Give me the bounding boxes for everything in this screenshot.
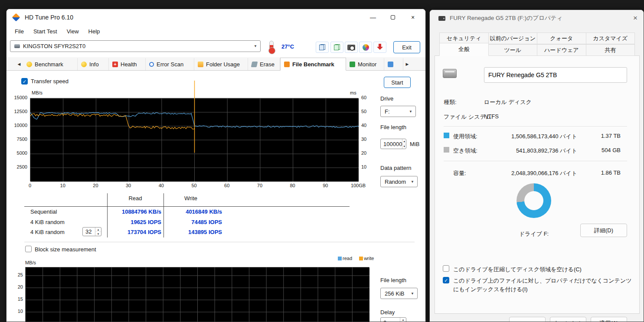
index-label: このドライブ上のファイルに対し、プロパティだけでなくコンテンツにもインデックスを… bbox=[453, 276, 632, 294]
row-4kib-qd-label: 4 KiB random bbox=[30, 229, 65, 235]
minimize-button[interactable]: — bbox=[363, 9, 383, 25]
eraser-icon bbox=[251, 62, 258, 67]
close-button[interactable]: × bbox=[633, 10, 637, 26]
chevron-down-icon: ▼ bbox=[411, 180, 414, 184]
read-header: Read bbox=[127, 195, 144, 202]
random-qd-write-value: 143895 IOPS bbox=[166, 229, 222, 235]
tab-tools[interactable]: ツール bbox=[488, 44, 538, 56]
tab-strip: ◀ Benchmark Info Health Error Scan Folde… bbox=[7, 57, 425, 71]
chevron-down-icon: ▼ bbox=[254, 44, 257, 48]
copy-results-button[interactable] bbox=[330, 42, 343, 53]
chevron-down-icon: ▼ bbox=[411, 292, 414, 296]
compress-checkbox[interactable] bbox=[443, 265, 449, 272]
update-button[interactable] bbox=[373, 42, 386, 53]
data-pattern-label: Data pattern bbox=[380, 165, 412, 171]
target-drive-combo[interactable]: F: ▼ bbox=[380, 106, 416, 117]
tab-quota[interactable]: クォータ bbox=[537, 33, 586, 44]
file-length-label: File length bbox=[380, 124, 406, 130]
close-button[interactable]: × bbox=[403, 9, 423, 25]
file-length-unit: MiB bbox=[410, 141, 419, 147]
info-icon bbox=[81, 62, 87, 67]
thermometer-icon bbox=[269, 41, 274, 53]
capacity-label: 容量: bbox=[453, 169, 466, 177]
block-size-chart bbox=[25, 267, 369, 322]
maximize-button[interactable] bbox=[383, 9, 403, 25]
transfer-speed-checkbox[interactable] bbox=[21, 78, 28, 85]
exit-button[interactable]: Exit bbox=[393, 41, 420, 53]
delay-spinner[interactable]: 0 ▲▼ bbox=[380, 317, 406, 322]
queue-depth-spinner[interactable]: 32 ▲▼ bbox=[82, 227, 101, 236]
file-benchmark-icon bbox=[284, 62, 290, 67]
monitor-icon bbox=[350, 62, 355, 67]
block-size-checkbox[interactable] bbox=[25, 246, 32, 252]
filesystem-value: NTFS bbox=[484, 113, 499, 120]
spin-down-icon[interactable]: ▼ bbox=[402, 144, 406, 149]
tab-health[interactable]: Health bbox=[109, 58, 146, 70]
tab-scroll-right-icon[interactable]: ▶ bbox=[403, 58, 411, 70]
details-button[interactable]: 詳細(D) bbox=[580, 224, 627, 237]
write-header: Write bbox=[178, 195, 204, 202]
write-legend-swatch bbox=[359, 257, 363, 260]
menu-start-test[interactable]: Start Test bbox=[29, 26, 62, 36]
spin-down-icon[interactable]: ▼ bbox=[95, 232, 101, 236]
tab-monitor[interactable]: Monitor bbox=[346, 58, 384, 70]
copy-icon bbox=[319, 44, 326, 51]
volume-name-input[interactable] bbox=[484, 67, 627, 83]
start-button[interactable]: Start bbox=[384, 77, 411, 88]
tab-folder-usage[interactable]: Folder Usage bbox=[194, 58, 248, 70]
row-sequential-label: Sequential bbox=[30, 208, 57, 215]
tab-customize[interactable]: カスタマイズ bbox=[586, 33, 635, 44]
tab-hardware[interactable]: ハードウェア bbox=[537, 44, 586, 56]
apply-button[interactable]: 適用(A) bbox=[591, 317, 627, 322]
screenshot-button[interactable] bbox=[345, 42, 358, 53]
tab-sharing[interactable]: 共有 bbox=[586, 44, 635, 56]
volume-drive-icon bbox=[443, 69, 457, 78]
used-space-size: 1.37 TB bbox=[577, 133, 621, 139]
random-write-value: 74485 IOPS bbox=[166, 219, 222, 225]
block-size-label: Block size measurement bbox=[35, 246, 96, 253]
file-length-spinner[interactable]: 100000 ▲▼ bbox=[380, 139, 406, 149]
spin-up-icon[interactable]: ▲ bbox=[400, 318, 406, 322]
ok-button[interactable]: OK bbox=[509, 317, 546, 322]
tab-security[interactable]: セキュリティ bbox=[439, 33, 489, 44]
tab-benchmark[interactable]: Benchmark bbox=[23, 58, 78, 70]
tab-previous-versions[interactable]: 以前のバージョン bbox=[488, 33, 538, 44]
copy-button[interactable] bbox=[316, 42, 329, 53]
menu-help[interactable]: Help bbox=[84, 26, 105, 36]
cancel-button[interactable]: キャンセル bbox=[550, 317, 586, 322]
drive-caption: ドライブ F: bbox=[501, 230, 566, 238]
menu-file[interactable]: File bbox=[10, 26, 29, 36]
type-label: 種類: bbox=[444, 98, 457, 106]
tab-file-benchmark[interactable]: File Benchmark bbox=[280, 58, 346, 71]
partial-tab-icon bbox=[388, 62, 393, 67]
y-axis-left-ticks: 150001250010000750050002500 bbox=[9, 98, 27, 181]
chart-legend: read write bbox=[338, 256, 374, 261]
block-file-length-combo[interactable]: 256 KiB ▼ bbox=[380, 288, 418, 299]
health-icon bbox=[112, 62, 118, 67]
hdtune-window-title: HD Tune Pro 6.10 bbox=[25, 14, 73, 21]
menu-view[interactable]: View bbox=[62, 26, 84, 36]
tab-info[interactable]: Info bbox=[78, 58, 109, 70]
drive-select-combo[interactable]: KINGSTON SFYR2S2T0 ▼ bbox=[10, 40, 261, 52]
spin-up-icon[interactable]: ▲ bbox=[402, 139, 406, 144]
tab-error-scan[interactable]: Error Scan bbox=[146, 58, 194, 70]
free-space-label: 空き領域: bbox=[453, 147, 477, 155]
chevron-down-icon: ▼ bbox=[409, 110, 412, 114]
spin-up-icon[interactable]: ▲ bbox=[95, 228, 101, 232]
tab-general[interactable]: 全般 bbox=[439, 43, 489, 56]
tab-erase[interactable]: Erase bbox=[248, 58, 280, 70]
drive-select-value: KINGSTON SFYR2S2T0 bbox=[23, 43, 85, 49]
tab-partial[interactable] bbox=[384, 58, 403, 70]
options-button[interactable] bbox=[359, 42, 372, 53]
hdtune-titlebar: HD Tune Pro 6.10 — × bbox=[7, 9, 425, 25]
divider bbox=[444, 161, 627, 161]
usage-donut-chart bbox=[517, 183, 551, 218]
tab-row-front: 全般 ツール ハードウェア 共有 bbox=[439, 44, 634, 56]
data-pattern-combo[interactable]: Random ▼ bbox=[380, 176, 418, 187]
tab-scroll-left-icon[interactable]: ◀ bbox=[15, 58, 23, 70]
sequential-write-value: 4016849 KB/s bbox=[166, 208, 222, 215]
copy-add-icon bbox=[333, 44, 340, 51]
delay-label: Delay bbox=[380, 309, 395, 315]
index-checkbox[interactable] bbox=[443, 277, 449, 283]
capacity-size: 1.86 TB bbox=[577, 169, 621, 176]
